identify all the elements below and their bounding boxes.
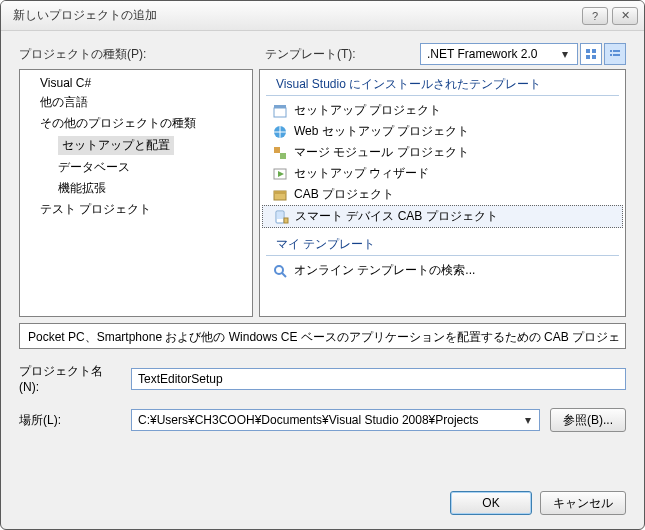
svg-rect-9 [274, 105, 286, 108]
installed-templates-header: Visual Studio にインストールされたテンプレート [266, 74, 619, 96]
help-button[interactable]: ? [582, 7, 608, 25]
smart-device-cab-icon [273, 209, 289, 225]
tree-item[interactable]: Visual C# [20, 74, 252, 92]
svg-rect-4 [610, 50, 612, 52]
svg-rect-2 [586, 55, 590, 59]
setup-project-icon [272, 103, 288, 119]
svg-rect-19 [284, 218, 288, 223]
templates-label: テンプレート(T): [265, 46, 356, 63]
templates-list[interactable]: Visual Studio にインストールされたテンプレート セットアップ プロ… [259, 69, 626, 317]
cancel-button[interactable]: キャンセル [540, 491, 626, 515]
svg-rect-5 [613, 50, 620, 52]
description-text: Pocket PC、Smartphone および他の Windows CE ベー… [28, 330, 620, 344]
template-label: セットアップ ウィザード [294, 165, 429, 182]
framework-area: .NET Framework 2.0 ▾ [420, 43, 626, 65]
template-label: マージ モジュール プロジェクト [294, 144, 469, 161]
template-item[interactable]: Web セットアップ プロジェクト [262, 121, 623, 142]
project-name-label: プロジェクト名(N): [19, 363, 121, 394]
list-icon [609, 48, 621, 60]
project-types-label: プロジェクトの種類(P): [19, 46, 257, 63]
cab-project-icon [272, 187, 288, 203]
template-item[interactable]: セットアップ プロジェクト [262, 100, 623, 121]
svg-point-20 [275, 266, 283, 274]
svg-rect-3 [592, 55, 596, 59]
tree-item[interactable]: その他のプロジェクトの種類 [20, 113, 252, 134]
svg-rect-0 [586, 49, 590, 53]
svg-rect-1 [592, 49, 596, 53]
template-item[interactable]: マージ モジュール プロジェクト [262, 142, 623, 163]
chevron-down-icon: ▾ [521, 413, 535, 427]
ok-label: OK [482, 496, 499, 510]
svg-rect-16 [274, 191, 286, 194]
svg-rect-8 [274, 108, 286, 117]
description-box: Pocket PC、Smartphone および他の Windows CE ベー… [19, 323, 626, 349]
browse-button[interactable]: 参照(B)... [550, 408, 626, 432]
browse-label: 参照(B)... [563, 413, 613, 427]
svg-rect-11 [274, 147, 280, 153]
tree-item[interactable]: テスト プロジェクト [20, 199, 252, 220]
tree-item[interactable]: データベース [20, 157, 252, 178]
tree-item[interactable]: 機能拡張 [20, 178, 252, 199]
template-label: CAB プロジェクト [294, 186, 394, 203]
template-label: Web セットアップ プロジェクト [294, 123, 469, 140]
location-row: 場所(L): C:¥Users¥CH3COOH¥Documents¥Visual… [19, 408, 626, 432]
ok-button[interactable]: OK [450, 491, 532, 515]
cancel-label: キャンセル [553, 496, 613, 510]
svg-rect-12 [280, 153, 286, 159]
svg-rect-18 [277, 212, 283, 219]
view-list-button[interactable] [604, 43, 626, 65]
template-item[interactable]: CAB プロジェクト [262, 184, 623, 205]
tree-item[interactable]: 他の言語 [20, 92, 252, 113]
setup-wizard-icon [272, 166, 288, 182]
top-row: プロジェクトの種類(P): テンプレート(T): .NET Framework … [19, 43, 626, 65]
location-combo[interactable]: C:¥Users¥CH3COOH¥Documents¥Visual Studio… [131, 409, 540, 431]
template-item-selected[interactable]: スマート デバイス CAB プロジェクト [262, 205, 623, 228]
search-online-icon [272, 263, 288, 279]
template-item[interactable]: セットアップ ウィザード [262, 163, 623, 184]
close-button[interactable]: ✕ [612, 7, 638, 25]
svg-rect-7 [613, 54, 620, 56]
project-types-tree[interactable]: Visual C# 他の言語 その他のプロジェクトの種類 セットアップと配置 デ… [19, 69, 253, 317]
template-label: スマート デバイス CAB プロジェクト [295, 208, 498, 225]
button-row: OK キャンセル [19, 473, 626, 515]
merge-module-icon [272, 145, 288, 161]
tree-item-selected[interactable]: セットアップと配置 [20, 134, 252, 157]
my-templates-header: マイ テンプレート [266, 234, 619, 256]
view-small-icons-button[interactable] [580, 43, 602, 65]
web-setup-icon [272, 124, 288, 140]
titlebar: 新しいプロジェクトの追加 ? ✕ [1, 1, 644, 31]
close-icon: ✕ [621, 9, 630, 22]
location-label: 場所(L): [19, 412, 121, 429]
dialog-window: 新しいプロジェクトの追加 ? ✕ プロジェクトの種類(P): テンプレート(T)… [0, 0, 645, 530]
svg-rect-6 [610, 54, 612, 56]
tree-item-label: セットアップと配置 [58, 136, 174, 155]
template-label: セットアップ プロジェクト [294, 102, 441, 119]
name-row: プロジェクト名(N): [19, 363, 626, 394]
dialog-body: プロジェクトの種類(P): テンプレート(T): .NET Framework … [1, 31, 644, 529]
project-name-input[interactable] [131, 368, 626, 390]
chevron-down-icon: ▾ [557, 47, 573, 61]
framework-selected: .NET Framework 2.0 [427, 47, 557, 61]
template-item[interactable]: オンライン テンプレートの検索... [262, 260, 623, 281]
location-value: C:¥Users¥CH3COOH¥Documents¥Visual Studio… [138, 413, 521, 427]
window-title: 新しいプロジェクトの追加 [13, 7, 578, 24]
small-icons-icon [585, 48, 597, 60]
help-icon: ? [592, 10, 598, 22]
framework-dropdown[interactable]: .NET Framework 2.0 ▾ [420, 43, 578, 65]
svg-line-21 [282, 273, 286, 277]
template-label: オンライン テンプレートの検索... [294, 262, 475, 279]
panes: Visual C# 他の言語 その他のプロジェクトの種類 セットアップと配置 デ… [19, 69, 626, 317]
